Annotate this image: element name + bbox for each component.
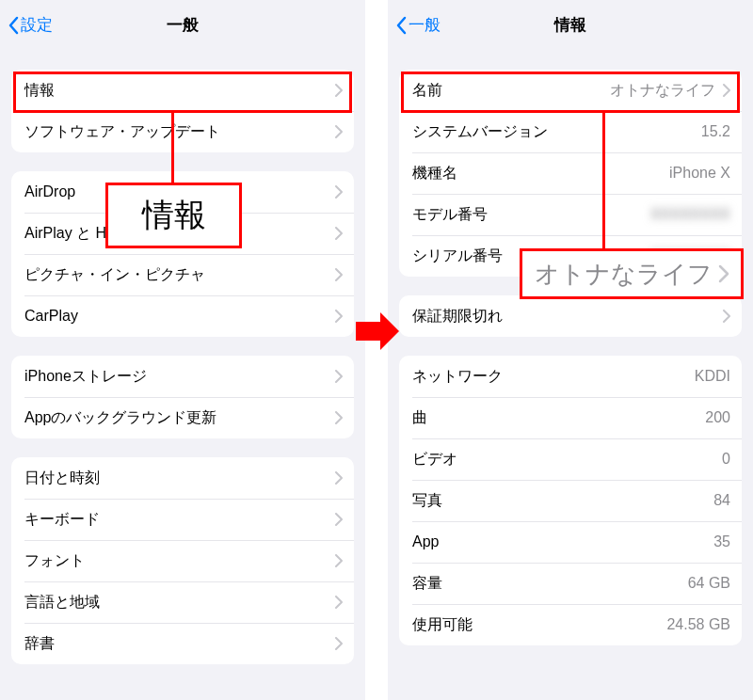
row-dictionary[interactable]: 辞書	[11, 623, 354, 664]
navbar: 設定 一般	[0, 0, 365, 51]
group-locale: 日付と時刻 キーボード フォント 言語と地域 辞書	[11, 457, 354, 664]
row-label: ネットワーク	[412, 367, 503, 387]
screen-general: 設定 一般 情報 ソフトウェア・アップデート AirDrop AirPlay と…	[0, 0, 365, 700]
row-about[interactable]: 情報	[11, 70, 354, 111]
row-iphone-storage[interactable]: iPhoneストレージ	[11, 356, 354, 397]
row-value: 24.58 GB	[473, 616, 730, 633]
row-label: 写真	[412, 491, 442, 511]
group-storage: iPhoneストレージ Appのバックグラウンド更新	[11, 356, 354, 438]
screen-about: 一般 情報 名前 オトナなライフ システムバージョン 15.2 機種名 iPho…	[388, 0, 753, 700]
row-label: 辞書	[24, 634, 55, 654]
row-songs[interactable]: 曲 200	[399, 397, 742, 438]
row-value: KDDI	[503, 368, 730, 385]
row-value-blurred: XXXXXXXX	[488, 206, 730, 223]
row-keyboard[interactable]: キーボード	[11, 499, 354, 540]
row-available[interactable]: 使用可能 24.58 GB	[399, 604, 742, 645]
row-software-update[interactable]: ソフトウェア・アップデート	[11, 111, 354, 152]
group-warranty: 保証期限切れ	[399, 295, 742, 337]
annotation-callout-name: オトナなライフ	[520, 248, 744, 299]
row-label: App	[412, 533, 439, 550]
row-date-time[interactable]: 日付と時刻	[11, 457, 354, 499]
row-model-number[interactable]: モデル番号 XXXXXXXX	[399, 194, 742, 235]
row-label: 保証期限切れ	[412, 307, 503, 326]
chevron-right-icon	[335, 411, 343, 424]
chevron-right-icon	[335, 471, 343, 485]
annotation-callout-about: 情報	[105, 183, 242, 248]
row-value: 200	[427, 409, 730, 426]
row-label: 容量	[412, 574, 442, 594]
row-model-name[interactable]: 機種名 iPhone X	[399, 152, 742, 194]
row-label: 情報	[24, 81, 55, 101]
row-label: iPhoneストレージ	[24, 367, 147, 387]
row-value: 64 GB	[442, 575, 730, 592]
row-label: モデル番号	[412, 205, 488, 225]
nav-title: 一般	[167, 14, 199, 36]
row-label: シリアル番号	[412, 247, 503, 266]
row-warranty-expired[interactable]: 保証期限切れ	[399, 295, 742, 337]
chevron-right-icon	[335, 513, 343, 526]
back-button[interactable]: 一般	[395, 0, 441, 50]
chevron-right-icon	[335, 227, 343, 240]
row-label: CarPlay	[24, 308, 78, 325]
row-label: 言語と地域	[24, 593, 100, 612]
chevron-right-icon	[723, 310, 730, 323]
group-device-info: 名前 オトナなライフ システムバージョン 15.2 機種名 iPhone X モ…	[399, 70, 742, 277]
annotation-callout-label: 情報	[142, 194, 206, 237]
navbar: 一般 情報	[388, 0, 753, 51]
row-value: iPhone X	[457, 165, 730, 182]
row-fonts[interactable]: フォント	[11, 540, 354, 581]
row-label: 使用可能	[412, 615, 473, 635]
row-value: 15.2	[548, 123, 730, 140]
arrow-right-icon	[352, 307, 401, 356]
row-label: フォント	[24, 551, 85, 571]
row-label: 名前	[412, 81, 442, 101]
row-label: システムバージョン	[412, 122, 548, 142]
row-videos[interactable]: ビデオ 0	[399, 438, 742, 480]
row-background-refresh[interactable]: Appのバックグラウンド更新	[11, 397, 354, 438]
annotation-callout-label: オトナなライフ	[535, 258, 729, 291]
chevron-right-icon	[335, 84, 343, 97]
group-about: 情報 ソフトウェア・アップデート	[11, 70, 354, 152]
row-photos[interactable]: 写真 84	[399, 480, 742, 521]
chevron-right-icon	[335, 596, 343, 609]
chevron-right-icon	[335, 125, 343, 138]
row-label: 機種名	[412, 164, 457, 183]
group-storage-info: ネットワーク KDDI 曲 200 ビデオ 0 写真 84 App 35 容量 …	[399, 356, 742, 645]
row-value: 84	[442, 492, 730, 509]
row-carplay[interactable]: CarPlay	[11, 295, 354, 337]
chevron-right-icon	[723, 84, 730, 97]
chevron-right-icon	[335, 310, 343, 323]
chevron-right-icon	[335, 185, 343, 199]
row-label: 曲	[412, 408, 427, 428]
nav-title: 情報	[554, 14, 586, 36]
row-apps[interactable]: App 35	[399, 521, 742, 563]
row-label: ピクチャ・イン・ピクチャ	[24, 265, 205, 285]
row-label: Appのバックグラウンド更新	[24, 408, 216, 428]
svg-marker-0	[356, 312, 399, 350]
chevron-left-icon	[8, 16, 19, 35]
row-language-region[interactable]: 言語と地域	[11, 581, 354, 623]
back-button[interactable]: 設定	[8, 0, 53, 50]
chevron-right-icon	[718, 264, 729, 283]
chevron-right-icon	[335, 554, 343, 567]
row-label: キーボード	[24, 510, 100, 530]
chevron-right-icon	[335, 637, 343, 650]
back-label: 一般	[409, 14, 441, 36]
row-value: 0	[457, 451, 730, 468]
row-network[interactable]: ネットワーク KDDI	[399, 356, 742, 397]
row-label: ソフトウェア・アップデート	[24, 122, 220, 142]
row-value: オトナなライフ	[442, 81, 715, 101]
row-system-version[interactable]: システムバージョン 15.2	[399, 111, 742, 152]
back-label: 設定	[21, 14, 53, 36]
row-label: ビデオ	[412, 450, 457, 469]
chevron-left-icon	[395, 16, 407, 35]
row-capacity[interactable]: 容量 64 GB	[399, 563, 742, 604]
row-pip[interactable]: ピクチャ・イン・ピクチャ	[11, 254, 354, 295]
row-label: AirDrop	[24, 183, 75, 200]
row-value: 35	[439, 533, 730, 550]
row-name[interactable]: 名前 オトナなライフ	[399, 70, 742, 111]
chevron-right-icon	[335, 268, 343, 281]
row-label: 日付と時刻	[24, 469, 100, 488]
chevron-right-icon	[335, 370, 343, 383]
